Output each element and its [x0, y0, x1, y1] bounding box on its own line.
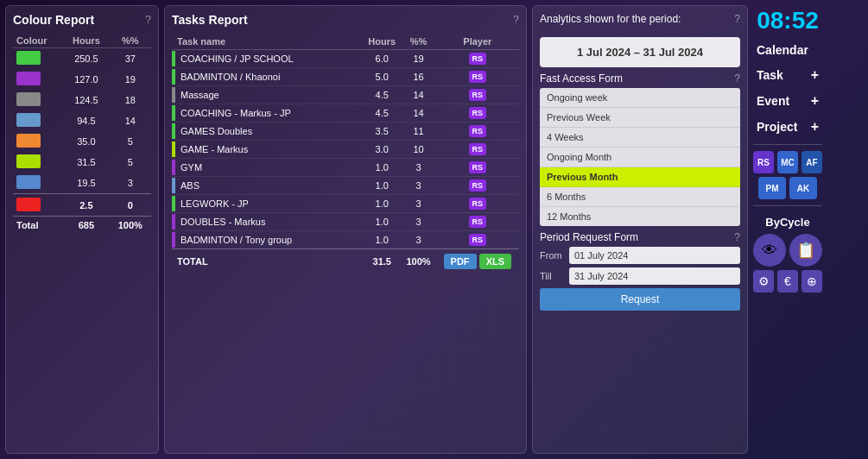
small-icon-btn-1[interactable]: €	[777, 270, 798, 292]
player-badge: RS	[469, 53, 487, 65]
colour-report-panel: Colour Report ? Colour Hours %% 250.5 37…	[5, 5, 159, 454]
player-badge: RS	[469, 179, 487, 192]
task-percent: 11	[401, 123, 435, 141]
colour-percent: 3	[110, 173, 151, 194]
task-hours: 1.0	[363, 231, 401, 249]
event-plus-icon: +	[811, 93, 819, 109]
pdf-button[interactable]: PDF	[444, 254, 477, 269]
bycycle-icon-btn-1[interactable]: 📋	[789, 234, 822, 267]
colour-swatch-cell	[13, 152, 63, 173]
task-player: RS	[436, 123, 519, 141]
player-badge: RS	[469, 143, 487, 155]
player-badge: RS	[469, 234, 487, 246]
xls-button[interactable]: XLS	[479, 254, 511, 269]
task-row: ABS 1.0 3 RS	[172, 177, 519, 195]
task-player-header: Player	[436, 34, 519, 50]
colour-row: 35.0 5	[13, 131, 151, 152]
task-row: BADMINTON / Khaonoi 5.0 16 RS	[172, 68, 519, 86]
till-label: Till	[540, 271, 564, 281]
fast-access-item[interactable]: 12 Months	[540, 207, 740, 226]
colour-col-header: Colour	[13, 34, 63, 48]
task-color-bar	[172, 87, 175, 103]
analytics-help[interactable]: ?	[734, 13, 740, 25]
fast-access-list: Ongoing weekPrevious Week4 WeeksOngoing …	[540, 88, 740, 226]
from-label: From	[540, 250, 564, 261]
task-hours: 3.5	[363, 123, 401, 141]
user-btn-mc[interactable]: MC	[777, 151, 798, 173]
fast-access-item[interactable]: Ongoing week	[540, 88, 740, 108]
task-row: DOUBLES - Markus 1.0 3 RS	[172, 213, 519, 231]
tasks-report-help[interactable]: ?	[513, 14, 519, 26]
player-badge: RS	[469, 107, 487, 119]
fast-access-item[interactable]: Ongoing Month	[540, 148, 740, 167]
right-panel: 08:52 Calendar Task + Event + Project + …	[753, 5, 822, 454]
colour-hours: 35.0	[63, 131, 109, 152]
till-input[interactable]	[569, 267, 740, 285]
project-plus-icon: +	[811, 119, 819, 135]
user-btn-af[interactable]: AF	[801, 151, 822, 173]
colour-swatch-cell	[13, 69, 63, 90]
period-request-help[interactable]: ?	[734, 231, 740, 243]
analytics-panel: Analytics shown for the period: ? 1 Jul …	[532, 5, 748, 454]
till-row: Till	[540, 267, 740, 285]
fast-access-item[interactable]: 4 Weeks	[540, 128, 740, 148]
colour-hours: 31.5	[63, 152, 109, 173]
user-btn-pm[interactable]: PM	[758, 177, 786, 199]
task-percent: 3	[401, 213, 435, 231]
bycycle-icon-btn-0[interactable]: 👁	[753, 234, 786, 267]
task-nav[interactable]: Task +	[753, 64, 822, 86]
tasks-report-title: Tasks Report	[172, 13, 248, 27]
percent-col-header: %%	[110, 34, 151, 48]
task-total-label: TOTAL	[172, 249, 363, 273]
clock-display: 08:52	[753, 5, 822, 36]
task-name: BADMINTON / Khaonoi	[172, 68, 363, 86]
task-plus-icon: +	[811, 67, 819, 83]
small-icon-btn-2[interactable]: ⊕	[801, 270, 822, 292]
colour-hours: 19.5	[63, 173, 109, 194]
fast-access-item[interactable]: 6 Months	[540, 187, 740, 207]
task-row: Massage 4.5 14 RS	[172, 86, 519, 104]
task-percent: 3	[401, 159, 435, 177]
task-name: ABS	[172, 177, 363, 195]
colour-percent: 19	[110, 69, 151, 90]
colour-report-help[interactable]: ?	[145, 14, 151, 26]
small-icon-btn-0[interactable]: ⚙	[753, 270, 774, 292]
task-player: RS	[436, 50, 519, 68]
event-nav[interactable]: Event +	[753, 90, 822, 112]
task-name: COACHING / JP SCHOOL	[172, 50, 363, 68]
request-button[interactable]: Request	[540, 288, 740, 311]
colour-swatch	[16, 72, 41, 85]
from-input[interactable]	[569, 247, 740, 264]
player-badge: RS	[469, 125, 487, 137]
task-name: GAME - Markus	[172, 141, 363, 159]
colour-row: 2.5 0	[13, 194, 151, 217]
fast-access-section: Fast Access Form ? Ongoing weekPrevious …	[540, 72, 740, 226]
task-color-bar	[172, 160, 175, 175]
tasks-report-header: Tasks Report ?	[172, 13, 519, 27]
task-percent: 3	[401, 195, 435, 213]
task-player: RS	[436, 195, 519, 213]
task-row: COACHING / JP SCHOOL 6.0 19 RS	[172, 50, 519, 68]
calendar-nav[interactable]: Calendar	[753, 40, 822, 60]
user-btn-ak[interactable]: AK	[789, 177, 817, 199]
task-color-bar	[172, 69, 175, 85]
colour-swatch	[16, 51, 41, 65]
fast-access-help[interactable]: ?	[734, 72, 740, 85]
task-row: COACHING - Markus - JP 4.5 14 RS	[172, 104, 519, 123]
tasks-table: Task name Hours %% Player COACHING / JP …	[172, 34, 519, 272]
task-color-bar	[172, 178, 175, 193]
task-hours: 1.0	[363, 177, 401, 195]
task-percent: 3	[401, 231, 435, 249]
fast-access-item[interactable]: Previous Month	[540, 167, 740, 187]
task-label: Task	[757, 68, 783, 82]
task-hours: 5.0	[363, 68, 401, 86]
analytics-header: Analytics shown for the period: ?	[540, 13, 740, 25]
task-name: GYM	[172, 159, 363, 177]
fast-access-item[interactable]: Previous Week	[540, 108, 740, 128]
user-btn-rs[interactable]: RS	[753, 151, 774, 173]
task-color-bar	[172, 141, 175, 157]
period-display: 1 Jul 2024 – 31 Jul 2024	[540, 37, 740, 67]
divider-2	[753, 205, 822, 206]
bycycle-icon-row: 👁📋	[753, 234, 822, 267]
project-nav[interactable]: Project +	[753, 116, 822, 138]
